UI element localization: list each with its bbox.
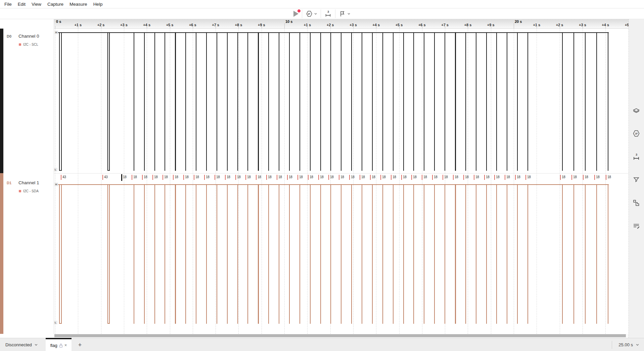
annotation-tick [204,175,205,180]
ruler-label: 0 s [56,20,61,24]
annotation-tick [245,175,246,180]
annotation-value: 18 [455,175,458,179]
chevron-down-icon [347,12,351,15]
waveform-pulse [496,33,497,171]
annotation-tick [318,175,319,180]
second-gridline [101,29,101,334]
waveform-pulse [300,185,300,324]
hex-display-panel-button[interactable]: 1F [631,129,641,139]
measurements-panel-button[interactable]: 3 [631,152,641,162]
menu-item-file[interactable]: File [1,0,15,8]
second-gridline [124,29,124,334]
waveform-pulse [517,33,518,171]
panel-sidebar: 1F 3 [629,19,644,338]
waveform-pulse [175,33,176,171]
measure-badge-text: 3 [327,10,329,13]
annotation-tick [339,175,339,180]
waveform-pulse [562,185,563,324]
device-status-label: Disconnected [5,342,32,347]
second-gridline [78,29,78,334]
annotation-tick [391,175,392,180]
annotation-value: 18 [185,175,189,179]
menu-item-measure[interactable]: Measure [66,0,90,8]
ruler-tick [55,26,55,28]
waveform-pulse [61,33,62,171]
waveform-pulse [341,33,341,171]
waveform-pulse [486,185,487,324]
waveform-pulse [154,33,155,171]
new-tab-button[interactable]: + [75,340,85,350]
ruler-tick [422,26,422,28]
ruler-tick [445,26,445,28]
waveform-high-line [56,32,609,33]
waveform-pulse [517,185,518,324]
annotation-value: 18 [330,175,334,179]
markers-panel-button[interactable] [631,175,641,185]
waveform-pulse [227,185,228,324]
waveform-pulse [107,185,108,324]
annotation-tick [463,175,464,180]
flag-icon [339,10,346,17]
waveform-pulse [59,33,60,171]
hex-badge-text: 1F [635,132,638,135]
start-capture-button[interactable] [290,8,302,19]
waveform-pulse [382,33,383,171]
waveform-pulse [175,185,176,324]
horizontal-scrollbar[interactable] [54,334,629,338]
tab-close-icon[interactable]: × [64,344,67,347]
channel-sidebar: D0Channel 0I2C - SCLD1Channel 1I2C - SDA [0,19,54,334]
app-window: FileEditViewCaptureMeasureHelp 1F [0,0,644,351]
waveform-canvas[interactable]: HLHL434318181818181818181818181818181818… [54,29,629,334]
menu-item-view[interactable]: View [29,0,44,8]
analyzer-row[interactable]: I2C - SDA [19,189,39,193]
annotation-value: 18 [562,175,565,179]
annotation-tick [225,175,226,180]
annotation-tick [61,175,61,180]
measurements-button[interactable]: 3 [321,8,335,19]
annotation-value: 18 [195,175,199,179]
ruler-tick [330,26,331,28]
waveform-pulse [445,33,445,171]
waveform-pulse [434,185,435,324]
capture-tab-flag[interactable]: flag × [46,338,72,351]
waveform-pulse [455,185,456,324]
waveform-pulse [596,185,597,324]
channel-color-bar [0,29,3,173]
markers-flag-button[interactable] [335,8,354,19]
ruler-tick [583,26,583,28]
analyzer-row[interactable]: I2C - SCL [19,43,38,46]
hex-display-button[interactable]: 1F [302,8,321,19]
device-dropdown[interactable]: Disconnected [2,338,41,351]
waveform-pulse [527,33,528,171]
waveform-pulse [289,185,290,324]
annotation-tick [102,175,103,180]
waveform-pulse [585,185,586,324]
capture-duration-dropdown[interactable]: 25.00 s [618,338,639,351]
annotation-value: 18 [434,175,438,179]
menu-item-capture[interactable]: Capture [44,0,66,8]
high-level-marker: H [54,31,58,34]
timeline-ruler[interactable]: 0 s+1 s+2 s+3 s+4 s+5 s+6 s+7 s+8 s+9 s1… [54,19,629,29]
annotation-value: 18 [164,175,168,179]
waveform-pulse [424,33,424,171]
menu-item-edit[interactable]: Edit [15,0,29,8]
annotation-value: 18 [268,175,272,179]
scrollbar-thumb[interactable] [54,334,626,337]
annotation-value: 18 [216,175,220,179]
annotation-tick [215,175,215,180]
annotation-tick [266,175,267,180]
annotation-value: 18 [237,175,241,179]
notes-panel-button[interactable] [631,221,641,231]
ruler-tick [170,26,170,28]
extensions-panel-button[interactable] [631,198,641,208]
ruler-tick [238,26,239,28]
analyzers-panel-button[interactable] [631,106,641,116]
ruler-tick [399,26,400,28]
annotation-value: 43 [104,175,108,179]
annotation-tick [494,175,495,180]
annotation-value: 18 [403,175,407,179]
waveform-pulse [217,33,217,171]
annotation-tick [183,175,184,180]
menu-item-help[interactable]: Help [90,0,106,8]
annotation-tick [277,175,277,180]
